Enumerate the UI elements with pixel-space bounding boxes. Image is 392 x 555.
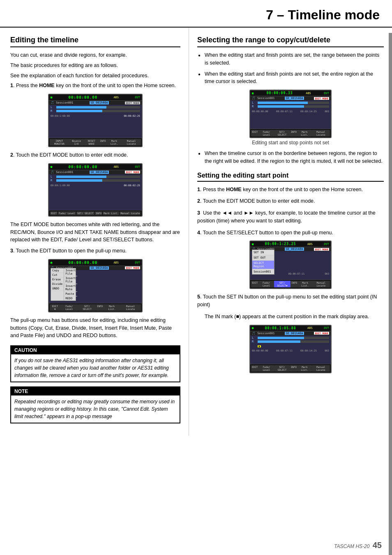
step3-desc: The pull-up menu has buttons used for ed… <box>10 317 180 340</box>
intro-line-1: You can cut, erase and divide regions, f… <box>10 51 180 59</box>
brand-label: TASCAM HS-20 <box>334 543 369 549</box>
right-step-5: 5. Touch the SET IN button on the pull-u… <box>197 293 384 309</box>
step2-desc: The EDIT MODE button becomes white with … <box>10 221 180 244</box>
section-title-editing: Editing the timeline <box>10 36 180 47</box>
menu-copy[interactable]: Copy <box>51 268 64 273</box>
right-step-1: 1. Press the HOME key on the front of th… <box>197 186 384 194</box>
screen-caption: Editing start and stop points not set <box>197 140 384 146</box>
setin-menu: SET IN SET OUT SELECT Region Session001 <box>252 250 274 275</box>
device-screen-right-3: ■ 00:00.1:05.88 ABS OVT 🎵 Session001 SD_… <box>249 325 332 373</box>
device-screen-right-2: ■ 00:00:1:23.25 ABS OVT 🎵 Session001 SD_… <box>249 240 332 289</box>
section-title-startpoint: Setting the editing start point <box>197 172 384 182</box>
menu-set-out[interactable]: SET OUT <box>252 255 274 261</box>
step-1: 1. Press the HOME key on the front of th… <box>10 82 180 90</box>
menu-session[interactable]: Session001 <box>252 269 274 274</box>
device-screen-3: ■ 00:00:00.00 ABS OVT 🎵 Session001 SD_00… <box>48 259 143 312</box>
menu-insert-mute[interactable]: Insert Mute <box>64 284 77 292</box>
page-footer: TASCAM HS-20 45 <box>334 541 382 550</box>
menu-insert-file2[interactable]: Insert File <box>64 276 77 284</box>
step-2: 2. Touch the EDIT MODE button to enter e… <box>10 151 180 159</box>
menu-undo[interactable]: UNDO <box>51 287 64 291</box>
content-area: Editing the timeline You can cut, erase … <box>0 28 392 436</box>
note-body: Repeated recordings or editing may great… <box>11 395 180 423</box>
range-bullet-3: When the timeline cursor is on the borde… <box>197 150 384 165</box>
chapter-title: 7 – Timeline mode <box>12 7 380 23</box>
section-title-range: Selecting the range to copy/cut/delete <box>197 36 384 47</box>
intro-line-2: The basic procedures for editing are as … <box>10 62 180 69</box>
left-column: Editing the timeline You can cut, erase … <box>0 28 189 436</box>
menu-cut[interactable]: Cut <box>51 273 64 278</box>
device-screen-1: ■ 00:00:00.00 ABS OVT 🎵 Session001 SD_00… <box>48 94 143 147</box>
device-screen-2: ■ 00:00:00.00 ABS OVT 🎵 Session001 SD_00… <box>48 163 143 217</box>
page-header: 7 – Timeline mode <box>0 0 392 28</box>
menu-divide[interactable]: Divide <box>51 282 64 287</box>
right-step-4: 4. Touch the SET/SELECT button to open t… <box>197 229 384 237</box>
step5-desc: The IN mark (■) appears at the current p… <box>205 313 384 321</box>
right-column: Selecting the range to copy/cut/delete W… <box>189 28 392 436</box>
right-edge-bar <box>389 33 392 555</box>
range-bullet-2: When the editing start and finish points… <box>197 70 384 86</box>
pullup-menu: Copy Cut Erase Divide UNDO Insert File I… <box>51 268 76 301</box>
range-bullet-extra: When the timeline cursor is on the borde… <box>197 150 384 165</box>
menu-insert-file[interactable]: Insert File <box>64 268 77 276</box>
menu-paste[interactable]: Paste <box>64 292 77 296</box>
in-mark: ■ <box>258 345 261 347</box>
note-header: NOTE <box>11 387 180 395</box>
menu-set-in[interactable]: SET IN <box>252 250 274 255</box>
caution-header: CAUTION <box>11 346 180 354</box>
range-bullet-1: When the editing start and finish points… <box>197 51 384 67</box>
step-3: 3. Touch the EDIT button to open the pul… <box>10 247 180 255</box>
menu-select-region[interactable]: SELECT Region <box>252 261 274 269</box>
menu-redo[interactable]: REDO <box>64 296 77 301</box>
note-box: NOTE Repeated recordings or editing may … <box>10 386 180 423</box>
device-screen-right-1: ■ 00:00:09.33 ABS OVT 🎵 Session001 SD_00… <box>249 90 332 138</box>
range-bullets: When the editing start and finish points… <box>197 51 384 86</box>
menu-erase[interactable]: Erase <box>51 278 64 282</box>
caution-box: CAUTION If you do not save the AES31 edi… <box>10 345 180 382</box>
caution-body: If you do not save the AES31 editing inf… <box>11 354 180 382</box>
intro-line-3: See the explanation of each function for… <box>10 72 180 80</box>
right-step-2: 2. Touch the EDIT MODE button to enter e… <box>197 197 384 205</box>
right-step-3: 3 Use the ◄◄ and ►► keys, for example, t… <box>197 209 384 225</box>
page-number: 45 <box>373 541 382 550</box>
